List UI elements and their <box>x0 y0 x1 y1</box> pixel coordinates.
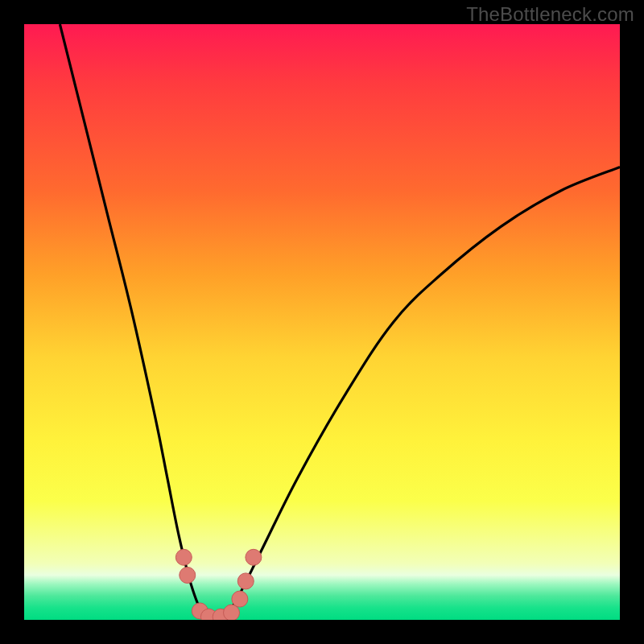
curve-markers <box>175 549 262 620</box>
plot-area <box>24 24 620 620</box>
attribution-watermark: TheBottleneck.com <box>466 3 634 26</box>
curve-marker <box>246 549 262 565</box>
curve-marker <box>175 549 192 565</box>
curve-layer <box>24 24 620 620</box>
curve-marker <box>232 591 248 607</box>
bottleneck-curve <box>60 24 620 620</box>
chart-frame: TheBottleneck.com <box>0 0 644 644</box>
curve-marker <box>180 568 196 584</box>
curve-marker <box>237 573 254 589</box>
